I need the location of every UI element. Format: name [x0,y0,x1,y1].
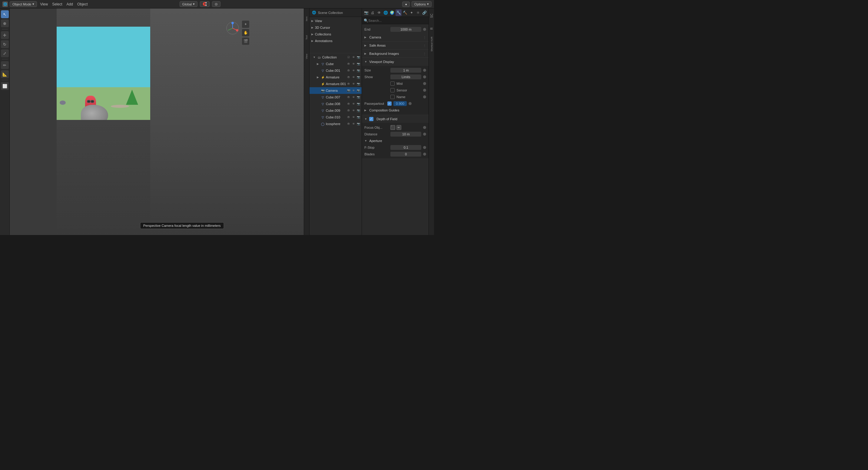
rotate-tool[interactable]: ↻ [1,40,9,48]
collection-restrict-viewport[interactable]: ☑ [346,55,351,59]
end-value[interactable]: 1000 m [391,27,421,32]
collection-hide-render[interactable]: 📷 [356,55,361,59]
prop-search-input[interactable] [368,19,427,23]
view-menu-item-3dcursor[interactable]: ▶ 3D Cursor [310,24,362,31]
mode-selector[interactable]: Object Mode ▾ [10,1,37,7]
passepartout-checkbox[interactable] [388,101,392,106]
view-menu-item-collections[interactable]: ▶ Collections [310,31,362,37]
passepartout-value[interactable]: 0.900 [394,101,407,106]
snap-btn[interactable]: 🧲 [200,1,210,7]
outliner-row-cube008[interactable]: ▽ Cube.008 ⛃ 👁 📷 [310,100,362,107]
camera-section-header[interactable]: ▶ Camera ⋮ [362,33,429,41]
right-vtab-scene[interactable]: SC [429,10,434,22]
menu-view[interactable]: View [40,2,48,6]
menu-select[interactable]: Select [52,2,62,6]
right-vtab-shortcut[interactable]: Shortcut VUR [429,35,434,53]
vtab-tool[interactable]: Tool [304,28,309,46]
fstop-value[interactable]: 0.1 [391,145,421,150]
armature001-eye[interactable]: 👁 [351,82,355,86]
proportional-btn[interactable]: ◎ [212,1,220,7]
vtab-view[interactable]: View [304,47,309,65]
prop-icon-output[interactable]: 🖨 [370,9,376,16]
cube-hide-render[interactable]: 📷 [356,62,361,66]
cube008-render[interactable]: 📷 [356,102,361,106]
camera-ctrl[interactable]: 📷 [346,88,351,93]
prop-icon-render[interactable]: 📷 [363,9,369,16]
background-images-header[interactable]: ▶ Background Images ⋮ [362,50,429,58]
menu-object[interactable]: Object [77,2,88,6]
sensor-checkbox[interactable] [391,88,395,92]
armature-eye[interactable]: 👁 [351,75,355,79]
annotate-tool[interactable]: ✏ [1,61,9,69]
collection-hide-eye[interactable]: 👁 [351,55,355,59]
view-menu-item-annotations[interactable]: ▶ Annotations [310,37,362,44]
right-vtab-render[interactable]: R [429,23,434,34]
armature-ctrl[interactable]: ⛃ [346,75,351,79]
outliner-row-cube009[interactable]: ▽ Cube.009 ⛃ 👁 📷 [310,107,362,114]
safe-areas-header[interactable]: ▶ Safe Areas ⋮ [362,41,429,50]
outliner-row-cube010[interactable]: ▽ Cube.010 ⛃ 👁 📷 [310,114,362,121]
cube001-eye[interactable]: 👁 [351,68,355,73]
blades-value[interactable]: 0 [391,152,421,157]
icosphere-eye[interactable]: 👁 [351,122,355,126]
outliner-row-armature[interactable]: ▶ ⚡ Armature ⛃ 👁 📷 [310,74,362,81]
scale-tool[interactable]: ⤢ [1,50,9,57]
cube010-render[interactable]: 📷 [356,115,361,119]
vtab-item[interactable]: Item [304,10,309,28]
prop-icon-modifier[interactable]: 🔨 [402,9,408,16]
cube-hide-eye[interactable]: 👁 [351,62,355,66]
prop-icon-particles[interactable]: ✦ [408,9,414,16]
select-tool[interactable]: ↖ [1,10,9,18]
prop-icon-view[interactable]: 👁 [376,9,382,16]
cube009-eye[interactable]: 👁 [351,108,355,113]
outliner-row-cube[interactable]: ▶ ▽ Cube ⛃ 👁 📷 [310,61,362,67]
cube010-ctrl[interactable]: ⛃ [346,115,351,119]
dof-enable-checkbox[interactable] [369,117,373,121]
armature001-ctrl[interactable]: ⛃ [346,82,351,86]
prop-icon-object[interactable]: 🔧 [396,9,401,16]
outliner-row-cube007[interactable]: ▽ Cube.007 ⛃ 👁 📷 [310,94,362,100]
menu-add[interactable]: Add [67,2,73,6]
focus-obj-eyedropper[interactable]: ✏ [397,125,401,130]
prop-icon-constraints[interactable]: 🔗 [422,9,427,16]
navigation-gizmo[interactable] [225,21,240,36]
zoom-in-btn[interactable]: + [242,21,249,28]
view-menu-item-view[interactable]: ▶ View [310,18,362,24]
cursor-tool[interactable]: ⊕ [1,20,9,27]
distance-value[interactable]: 10 m [391,132,421,136]
aperture-label[interactable]: Aperture [369,139,382,143]
outliner-row-armature001[interactable]: ⚡ Armature.001 ⛃ 👁 📷 [310,81,362,87]
armature-render[interactable]: 📷 [356,75,361,79]
prop-icon-world[interactable]: 🌍 [389,9,395,16]
cube007-render[interactable]: 📷 [356,95,361,99]
size-value[interactable]: 1 m [391,68,421,73]
move-tool[interactable]: ✛ [1,31,9,39]
camera-view-btn[interactable]: 🎬 [242,37,249,45]
cube007-ctrl[interactable]: ⛃ [346,95,351,99]
prop-icon-physics[interactable]: ⚛ [415,9,421,16]
mist-checkbox[interactable] [391,82,395,86]
focus-obj-picker[interactable]: ⬛ [391,125,395,130]
depth-of-field-header[interactable]: ▼ Depth of Field [362,115,429,123]
viewport-display-header[interactable]: ▼ Viewport Display [362,58,429,66]
camera-render[interactable]: 📷 [356,88,361,93]
transform-selector[interactable]: Global ▾ [180,1,198,7]
cube007-eye[interactable]: 👁 [351,95,355,99]
armature001-render[interactable]: 📷 [356,82,361,86]
cube010-eye[interactable]: 👁 [351,115,355,119]
show-limits-value[interactable]: Limits [391,74,421,79]
prop-icon-scene[interactable]: 🌐 [383,9,389,16]
cube001-ctrl[interactable]: ⛃ [346,68,351,73]
name-checkbox[interactable] [391,95,395,99]
cube008-eye[interactable]: 👁 [351,102,355,106]
composition-label[interactable]: Composition Guides [369,108,399,112]
outliner-row-cube001[interactable]: ▽ Cube.001 ⛃ 👁 📷 [310,67,362,74]
cube008-ctrl[interactable]: ⛃ [346,102,351,106]
measure-tool[interactable]: 📐 [1,70,9,78]
camera-eye[interactable]: 👁 [351,88,355,93]
options-btn[interactable]: Options ▾ [411,1,432,7]
add-cube-tool[interactable]: ⬜ [1,82,9,90]
outliner-row-icosphere[interactable]: ◯ Icosphere ⛃ 👁 📷 [310,121,362,127]
cube009-render[interactable]: 📷 [356,108,361,113]
icosphere-render[interactable]: 📷 [356,122,361,126]
